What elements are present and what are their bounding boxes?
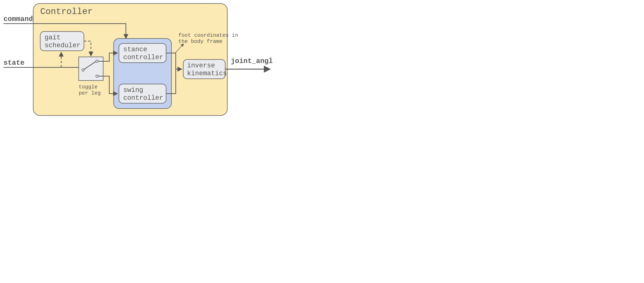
svg-point-4 <box>96 75 98 77</box>
stance-controller-label-l1: stance <box>123 46 147 53</box>
gait-scheduler-label-l1: gait <box>44 34 60 41</box>
stance-controller-label-l2: controller <box>123 54 163 61</box>
foot-coords-annotation-l2: the body frame <box>178 39 222 45</box>
controller-title: Controller <box>40 7 93 17</box>
controller-diagram: Controller command state joint_angles ga… <box>0 0 273 120</box>
svg-point-3 <box>96 60 98 63</box>
gait-scheduler-label-l2: scheduler <box>44 42 80 49</box>
toggle-annotation-l2: per leg <box>79 90 101 96</box>
inverse-kinematics-label-l1: inverse <box>187 62 215 69</box>
output-joint-angles-label: joint_angles <box>231 57 273 65</box>
swing-controller-label-l1: swing <box>123 86 143 94</box>
toggle-annotation-l1: toggle <box>79 84 98 90</box>
input-state-label: state <box>4 59 24 67</box>
input-command-label: command <box>4 15 33 23</box>
swing-controller-label-l2: controller <box>123 94 163 102</box>
switch-block <box>79 57 103 81</box>
foot-coords-annotation-l1: foot coordinates in <box>178 32 238 38</box>
svg-point-2 <box>82 69 84 71</box>
inverse-kinematics-label-l2: kinematics <box>187 70 227 77</box>
